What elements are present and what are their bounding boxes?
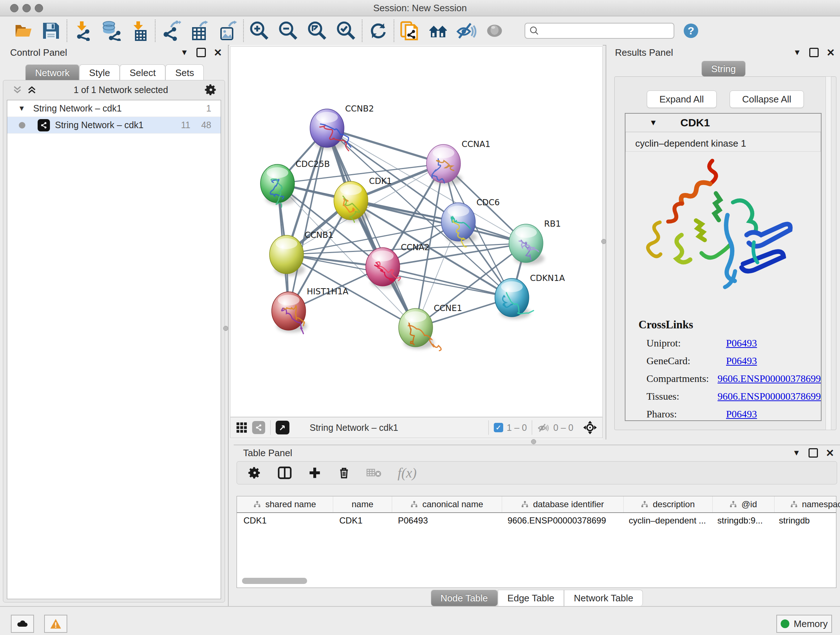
network-view: CCNB2CCNA1CDC25BCDK1CDC6RB1CCNB1CCNA2CDK… (229, 45, 603, 440)
collapse-all-button[interactable]: Collapse All (729, 90, 804, 108)
network-node[interactable]: CDC25B (261, 159, 330, 207)
table-cell[interactable]: CDK1 (333, 516, 392, 526)
duplicate-network-icon[interactable] (399, 20, 420, 41)
network-canvas[interactable]: CCNB2CCNA1CDC25BCDK1CDC6RB1CCNB1CCNA2CDK… (230, 46, 603, 417)
collapse-all-networks-icon[interactable] (12, 84, 23, 95)
gene-expander-icon[interactable]: ▼ (649, 118, 657, 127)
help-icon[interactable]: ? (684, 24, 698, 38)
tab-network-table[interactable]: Network Table (564, 590, 643, 606)
network-row[interactable]: String Network – cdk1 11 48 (7, 117, 221, 134)
right-splitter-handle[interactable] (601, 239, 606, 244)
column-header-namespac[interactable]: namespac (775, 496, 840, 512)
tab-string[interactable]: String (701, 61, 745, 76)
panel-float-icon[interactable] (808, 448, 818, 458)
delete-column-icon[interactable] (338, 466, 351, 479)
export-network-icon[interactable] (161, 20, 182, 41)
network-node[interactable]: CCNE1 (399, 303, 462, 351)
show-columns-icon[interactable] (278, 466, 292, 480)
table-cell[interactable]: stringdb (772, 516, 840, 526)
table-hscrollbar[interactable] (242, 578, 307, 584)
grid-view-icon[interactable] (235, 421, 248, 434)
warnings-button[interactable] (44, 615, 67, 633)
table-cell[interactable]: P06493 (392, 516, 501, 526)
cloud-status-button[interactable] (11, 615, 34, 633)
network-edge[interactable] (327, 128, 444, 164)
panel-float-icon[interactable] (809, 48, 819, 57)
show-all-icon[interactable] (484, 20, 505, 41)
table-cell[interactable]: stringdb:9... (711, 516, 772, 526)
column-header-name[interactable]: name (333, 496, 392, 512)
panel-close-icon[interactable]: ✕ (214, 47, 222, 59)
column-header-description[interactable]: description (624, 496, 713, 512)
bottom-splitter-handle[interactable] (531, 439, 536, 444)
network-node[interactable]: CDC6 (441, 198, 500, 247)
compartments-link[interactable]: 9606.ENSP00000378699 (718, 373, 821, 385)
results-scrollbar[interactable] (826, 76, 831, 430)
network-node[interactable]: RB1 (509, 219, 561, 264)
export-image-icon[interactable] (217, 20, 238, 41)
left-splitter-handle[interactable] (223, 326, 228, 331)
column-header-shared-name[interactable]: shared name (237, 496, 333, 512)
network-node[interactable]: CCNA1 (426, 139, 491, 185)
tab-style[interactable]: Style (79, 65, 120, 81)
tab-edge-table[interactable]: Edge Table (498, 590, 564, 606)
tab-network[interactable]: Network (25, 65, 79, 81)
network-node[interactable]: CDKN1A (495, 273, 565, 319)
network-node[interactable]: CDK1 (334, 176, 392, 222)
memory-button[interactable]: Memory (776, 615, 832, 633)
table-cell[interactable]: CDK1 (237, 516, 333, 526)
birds-eye-view-icon[interactable] (276, 421, 289, 434)
zoom-fit-icon[interactable] (307, 20, 328, 41)
genecard-link[interactable]: P06493 (726, 355, 757, 367)
panel-menu-icon[interactable]: ▼ (180, 48, 188, 57)
gene-header[interactable]: ▼ CDK1 (625, 114, 821, 132)
import-network-file-icon[interactable] (73, 20, 93, 41)
network-node[interactable]: CCNB2 (310, 104, 374, 150)
tab-node-table[interactable]: Node Table (431, 590, 498, 606)
tab-select[interactable]: Select (120, 65, 165, 81)
open-file-icon[interactable] (13, 20, 34, 41)
network-node[interactable]: HIST1H1A (272, 287, 348, 334)
panel-close-icon[interactable]: ✕ (827, 47, 835, 59)
save-session-icon[interactable] (41, 20, 62, 41)
export-table-icon[interactable] (189, 20, 210, 41)
expand-all-networks-icon[interactable] (27, 84, 37, 95)
column-header-database-identifier[interactable]: database identifier (502, 496, 624, 512)
zoom-in-icon[interactable] (249, 20, 270, 41)
refresh-icon[interactable] (368, 20, 388, 41)
network-options-gear-icon[interactable] (204, 83, 218, 96)
panel-menu-icon[interactable]: ▼ (793, 448, 801, 458)
fit-selected-icon[interactable] (583, 420, 597, 435)
collection-expander-icon[interactable]: ▼ (18, 104, 25, 112)
function-builder-icon[interactable]: f(x) (398, 465, 417, 481)
panel-close-icon[interactable]: ✕ (826, 447, 834, 459)
table-cell[interactable]: 9606.ENSP00000378699 (501, 516, 622, 526)
uniprot-link[interactable]: P06493 (726, 337, 757, 349)
tissues-link[interactable]: 9606.ENSP00000378699 (718, 391, 821, 402)
network-badge-icon[interactable] (252, 421, 265, 434)
delete-table-icon[interactable] (366, 467, 382, 478)
column-header-canonical-name[interactable]: canonical name (392, 496, 502, 512)
hide-selected-icon[interactable] (456, 20, 477, 41)
expand-all-button[interactable]: Expand All (647, 90, 717, 108)
network-collection-row[interactable]: ▼ String Network – cdk1 1 (7, 100, 221, 117)
first-neighbors-icon[interactable] (428, 20, 448, 41)
import-table-icon[interactable] (129, 20, 150, 41)
column-header-@id[interactable]: @id (713, 496, 775, 512)
panel-float-icon[interactable] (196, 48, 206, 57)
create-column-icon[interactable] (308, 466, 322, 480)
table-cell[interactable]: cyclin–dependent ... (622, 516, 711, 526)
table-options-gear-icon[interactable] (248, 466, 262, 480)
import-network-database-icon[interactable] (101, 20, 122, 41)
table-row[interactable]: CDK1CDK1P064939606.ENSP00000378699cyclin… (237, 513, 836, 528)
hidden-elements-icon[interactable] (537, 421, 549, 434)
panel-menu-icon[interactable]: ▼ (793, 48, 801, 57)
tab-sets[interactable]: Sets (165, 65, 204, 81)
pharos-link[interactable]: P06493 (726, 409, 757, 420)
quick-search-input[interactable] (540, 25, 660, 36)
zoom-selected-icon[interactable] (336, 20, 357, 41)
network-edge[interactable] (327, 128, 416, 328)
zoom-out-icon[interactable] (278, 20, 299, 41)
network-edge[interactable] (289, 128, 327, 311)
selected-nodes-checkbox-icon[interactable]: ✓ (494, 423, 503, 432)
